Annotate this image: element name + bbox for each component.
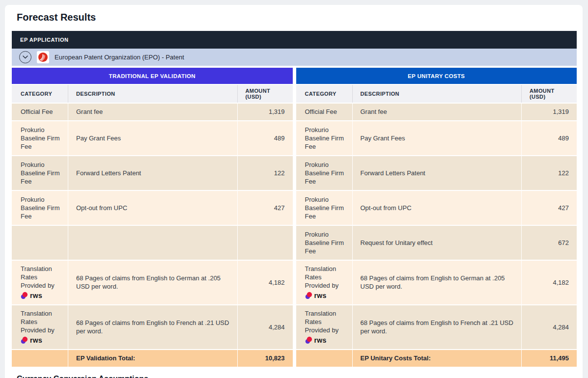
cell-category-right: Official Fee xyxy=(296,104,352,120)
category-label: Translation Rates Provided by xyxy=(305,265,339,289)
cell-amount-right: 427 xyxy=(522,191,577,225)
cell-description-right: Forward Letters Patent xyxy=(353,156,522,190)
category-label: Official Fee xyxy=(305,108,337,115)
cell-amount-left: 1,319 xyxy=(238,104,293,120)
cell-category-right: Prokurio Baseline Firm Fee xyxy=(296,156,352,190)
cell-amount-left xyxy=(238,226,293,260)
category-label: Prokurio Baseline Firm Fee xyxy=(305,126,344,150)
section-header-traditional: TRADITIONAL EP VALIDATION xyxy=(12,68,293,84)
category-label: Official Fee xyxy=(21,108,53,115)
cell-category-left: Translation Rates Provided byrws xyxy=(12,261,68,304)
rws-logo: rws xyxy=(21,291,64,300)
cell-category-right: Prokurio Baseline Firm Fee xyxy=(296,226,352,260)
cell-description-right: Request for Unitary effect xyxy=(353,226,522,260)
cell-amount-right: 122 xyxy=(522,156,577,190)
category-text: Translation Rates Provided byrws xyxy=(21,309,64,345)
cell-amount-left: 4,182 xyxy=(238,261,293,304)
cell-description-left: 68 Pages of claims from English to Frenc… xyxy=(68,305,237,349)
category-label: Prokurio Baseline Firm Fee xyxy=(21,161,59,185)
chevron-down-icon xyxy=(23,55,28,59)
cell-description-right: 68 Pages of claims from English to Germa… xyxy=(353,261,522,304)
category-text: Official Fee xyxy=(21,108,53,116)
cell-amount-right: 1,319 xyxy=(522,104,577,120)
currency-conversion-heading: Currency Conversion Assumptions xyxy=(17,375,576,378)
ep-application-label: EP APPLICATION xyxy=(20,37,69,43)
table-gap xyxy=(293,85,296,103)
category-text: Prokurio Baseline Firm Fee xyxy=(305,161,348,186)
category-label: Translation Rates Provided by xyxy=(21,265,55,289)
cell-amount-left: 489 xyxy=(238,121,293,155)
table-gap xyxy=(293,121,296,155)
category-text: Prokurio Baseline Firm Fee xyxy=(21,161,64,186)
table-gap xyxy=(293,156,296,190)
forecast-results-card: Forecast Results EP APPLICATION European… xyxy=(5,5,583,378)
category-label: Prokurio Baseline Firm Fee xyxy=(305,231,344,255)
cell-category-right: Translation Rates Provided byrws xyxy=(296,305,352,349)
cell-description-left: Forward Letters Patent xyxy=(68,156,237,190)
rws-logo: rws xyxy=(305,291,348,300)
table-gap xyxy=(293,261,296,304)
category-label: Prokurio Baseline Firm Fee xyxy=(305,161,344,185)
cell-category-left: Translation Rates Provided byrws xyxy=(12,305,68,349)
category-text: Translation Rates Provided byrws xyxy=(305,309,348,345)
cell-amount-left: 427 xyxy=(238,191,293,225)
cell-amount-left: 122 xyxy=(238,156,293,190)
cell-description-left: 68 Pages of claims from English to Germa… xyxy=(68,261,237,304)
cell-category-left: Official Fee xyxy=(12,104,68,120)
column-header-category-left: CATEGORY xyxy=(12,85,68,103)
cell-description-left xyxy=(68,226,237,260)
rws-logo: rws xyxy=(21,336,64,345)
cell-description-left: Grant fee xyxy=(68,104,237,120)
cell-category-right: Translation Rates Provided byrws xyxy=(296,261,352,304)
category-text: Prokurio Baseline Firm Fee xyxy=(305,126,348,151)
cell-description-right: Grant fee xyxy=(353,104,522,120)
category-text: Prokurio Baseline Firm Fee xyxy=(305,230,348,255)
cell-description-left: Opt-out from UPC xyxy=(68,191,237,225)
cell-category-right: Prokurio Baseline Firm Fee xyxy=(296,191,352,225)
category-text: Translation Rates Provided byrws xyxy=(21,265,64,300)
category-text: Prokurio Baseline Firm Fee xyxy=(21,195,64,220)
page-title: Forecast Results xyxy=(17,12,576,23)
collapse-toggle-button[interactable] xyxy=(19,51,31,63)
category-label: Prokurio Baseline Firm Fee xyxy=(21,126,59,150)
category-text: Official Fee xyxy=(305,108,337,116)
column-header-description-right: DESCRIPTION xyxy=(353,85,522,103)
table-gap xyxy=(293,226,296,260)
jurisdiction-row: European Patent Organization (EPO) - Pat… xyxy=(12,49,577,66)
category-label: Translation Rates Provided by xyxy=(21,310,55,334)
table-gap xyxy=(293,350,296,367)
epo-logo-icon xyxy=(37,51,49,63)
total-amount-right: 11,495 xyxy=(522,350,577,367)
cell-amount-left: 4,284 xyxy=(238,305,293,349)
cell-description-right: Pay Grant Fees xyxy=(353,121,522,155)
ep-application-header-bar: EP APPLICATION xyxy=(12,31,577,49)
column-header-category-right: CATEGORY xyxy=(296,85,352,103)
cell-category-left xyxy=(12,226,68,260)
jurisdiction-name: European Patent Organization (EPO) - Pat… xyxy=(55,54,184,61)
rws-wordmark: rws xyxy=(30,291,42,300)
rws-wordmark: rws xyxy=(30,336,42,345)
category-text: Prokurio Baseline Firm Fee xyxy=(305,195,348,220)
cell-amount-right: 4,182 xyxy=(522,261,577,304)
total-label-right: EP Unitary Costs Total: xyxy=(353,350,522,367)
category-text: Translation Rates Provided byrws xyxy=(305,265,348,300)
table-gap xyxy=(293,68,296,84)
column-header-description-left: DESCRIPTION xyxy=(68,85,237,103)
total-row-category-left xyxy=(12,350,68,367)
table-gap xyxy=(293,191,296,225)
cell-category-left: Prokurio Baseline Firm Fee xyxy=(12,191,68,225)
category-label: Translation Rates Provided by xyxy=(305,310,339,334)
total-row-category-right xyxy=(296,350,352,367)
column-header-amount-right: AMOUNT (USD) xyxy=(522,85,577,103)
cell-amount-right: 672 xyxy=(522,226,577,260)
cell-category-left: Prokurio Baseline Firm Fee xyxy=(12,156,68,190)
table-gap xyxy=(293,305,296,349)
forecast-table: TRADITIONAL EP VALIDATION EP UNITARY COS… xyxy=(12,68,577,367)
cell-description-left: Pay Grant Fees xyxy=(68,121,237,155)
category-label: Prokurio Baseline Firm Fee xyxy=(305,196,344,220)
cell-amount-right: 489 xyxy=(522,121,577,155)
rws-wordmark: rws xyxy=(314,336,327,345)
rws-wordmark: rws xyxy=(314,291,327,300)
table-gap xyxy=(293,104,296,120)
cell-category-left: Prokurio Baseline Firm Fee xyxy=(12,121,68,155)
